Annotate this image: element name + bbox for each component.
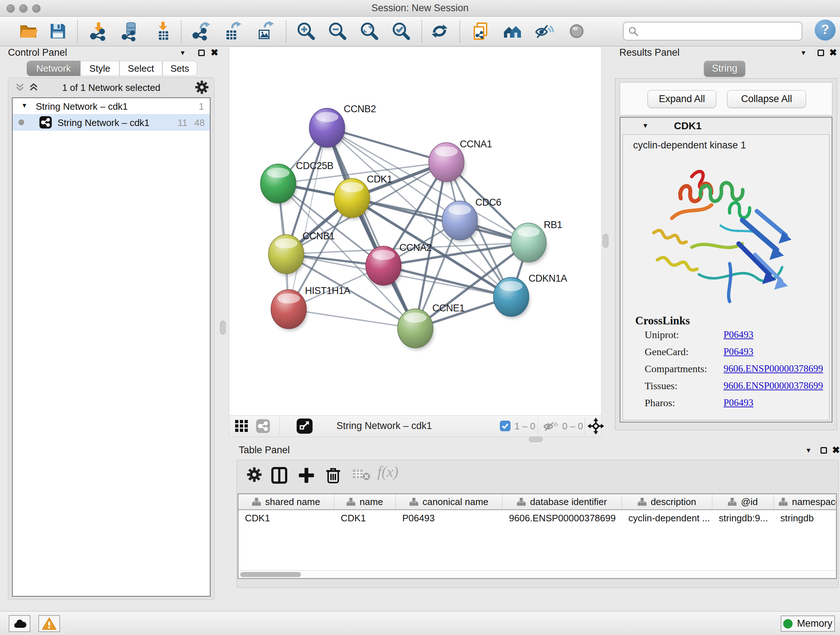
panel-close-icon[interactable]: ✖	[832, 445, 840, 455]
home-networks-icon[interactable]	[502, 21, 523, 41]
splitter-handle-left[interactable]	[220, 321, 226, 334]
export-table-icon[interactable]	[221, 21, 242, 41]
add-column-icon[interactable]	[298, 467, 315, 484]
memory-button[interactable]: Memory	[781, 616, 835, 632]
birds-eye-view-icon[interactable]	[235, 420, 248, 432]
column-type-icon	[347, 498, 355, 506]
zoom-fit-icon[interactable]	[359, 21, 379, 41]
horizontal-scrollbar[interactable]	[238, 570, 836, 578]
crosslink-link[interactable]: 9606.ENSP00000378699	[723, 363, 823, 374]
open-view-icon[interactable]	[297, 418, 313, 434]
zoom-out-icon[interactable]	[327, 21, 347, 41]
zoom-in-icon[interactable]	[295, 21, 316, 41]
panel-close-icon[interactable]: ✖	[210, 48, 218, 57]
node-CDK1[interactable]: CDK1	[334, 174, 392, 219]
cloud-button[interactable]	[9, 615, 30, 632]
edge-CDK1-RB1[interactable]	[352, 198, 529, 242]
column-label: @id	[741, 496, 758, 508]
gear-icon[interactable]	[195, 80, 209, 95]
node-CDKN1A[interactable]: CDKN1A	[493, 273, 567, 318]
panel-float-icon[interactable]	[818, 50, 824, 56]
column-label: name	[360, 496, 383, 508]
refresh-icon[interactable]	[429, 21, 450, 41]
crosslink-link[interactable]: 9606.ENSP00000378699	[723, 380, 823, 391]
hide-panel-icon[interactable]	[534, 21, 554, 41]
panel-float-icon[interactable]	[198, 50, 205, 56]
show-columns-icon[interactable]	[271, 467, 287, 484]
table-cell[interactable]: stringdb	[774, 513, 837, 524]
splitter-handle-right[interactable]	[603, 234, 608, 248]
tab-select[interactable]: Select	[119, 61, 163, 76]
delete-column-icon[interactable]	[325, 467, 341, 484]
panel-menu-icon[interactable]: ▼	[800, 49, 807, 57]
gear-icon[interactable]	[246, 467, 262, 483]
column-label: database identifier	[530, 496, 607, 508]
column-header-2[interactable]: canonical name	[396, 494, 502, 509]
tab-string[interactable]: String	[704, 61, 745, 77]
tab-network[interactable]: Network	[27, 61, 80, 76]
expand-all-button[interactable]: Expand All	[647, 90, 716, 108]
node-CDC6[interactable]: CDC6	[442, 197, 501, 242]
panel-menu-icon[interactable]: ▼	[180, 49, 186, 57]
table-cell[interactable]: 9606.ENSP00000378699	[502, 513, 622, 524]
node-CCNB1[interactable]: CCNB1	[268, 231, 335, 276]
column-header-3[interactable]: database identifier	[502, 494, 622, 509]
table-content: f(x) shared namenamecanonical namedataba…	[237, 460, 838, 588]
scrollbar-thumb[interactable]	[240, 572, 301, 577]
table-cell[interactable]: CDK1	[238, 513, 334, 524]
node-HIST1H1A[interactable]: HIST1H1A	[271, 285, 351, 331]
column-header-6[interactable]: namespace	[774, 494, 837, 509]
help-button[interactable]: ?	[815, 19, 836, 41]
network-view-title: String Network – cdk1	[336, 420, 432, 432]
tree-expand-icon[interactable]: ▼	[21, 102, 27, 109]
column-header-1[interactable]: name	[334, 494, 396, 509]
import-network-file-icon[interactable]	[88, 21, 109, 41]
warnings-button[interactable]	[38, 615, 60, 632]
edge-CCNB2-HIST1H1A[interactable]	[289, 128, 327, 309]
protein-description: cyclin-dependent kinase 1	[633, 140, 746, 151]
node-CCNA1[interactable]: CCNA1	[429, 139, 492, 184]
panel-float-icon[interactable]	[821, 447, 827, 454]
network-canvas[interactable]: CCNB2CCNA1CDC25BCDK1CDC6RB1CCNB1CCNA2CDK…	[229, 47, 601, 416]
crosslink-link[interactable]: P06493	[723, 346, 753, 357]
tab-style[interactable]: Style	[80, 61, 119, 76]
column-header-4[interactable]: description	[622, 494, 712, 509]
table-cell[interactable]: CDK1	[334, 513, 396, 524]
protein-section-header[interactable]: ▼ CDK1	[621, 118, 832, 134]
section-collapse-icon[interactable]: ▼	[642, 122, 649, 130]
tab-sets[interactable]: Sets	[163, 61, 197, 76]
panel-menu-icon[interactable]: ▼	[805, 447, 812, 454]
column-type-icon	[409, 498, 418, 506]
network-collection-row[interactable]: ▼ String Network – cdk1 1	[13, 98, 210, 114]
import-network-database-icon[interactable]	[120, 21, 141, 41]
table-cell[interactable]: stringdb:9...	[712, 513, 774, 524]
clone-network-icon[interactable]	[471, 21, 491, 41]
control-panel-title: Control Panel	[8, 47, 67, 58]
collapse-all-button[interactable]: Collapse All	[727, 90, 806, 108]
network-list-toolbar: 1 of 1 Network selected	[8, 78, 214, 97]
node-RB1[interactable]: RB1	[508, 219, 562, 264]
search-input[interactable]	[623, 22, 802, 41]
export-network-icon[interactable]	[191, 21, 211, 41]
table-row[interactable]: CDK1CDK1P064939606.ENSP00000378699cyclin…	[238, 510, 836, 526]
crosslink-link[interactable]: P06493	[723, 329, 753, 340]
table-cell[interactable]: cyclin-dependent ...	[622, 513, 712, 524]
show-panel-icon[interactable]	[567, 21, 587, 41]
column-header-0[interactable]: shared name	[238, 494, 334, 509]
network-row-selected[interactable]: String Network – cdk1 11 48	[13, 114, 210, 131]
separator	[279, 417, 279, 435]
import-table-file-icon[interactable]	[153, 21, 173, 41]
open-session-icon[interactable]	[18, 21, 38, 41]
edge-HIST1H1A-CCNE1[interactable]	[289, 309, 415, 328]
zoom-selected-icon[interactable]	[391, 21, 411, 41]
column-header-5[interactable]: @id	[712, 494, 774, 509]
table-cell[interactable]: P06493	[396, 513, 502, 524]
toolbar-separator	[77, 20, 78, 43]
fit-content-icon[interactable]	[587, 418, 604, 434]
export-image-icon[interactable]	[254, 21, 274, 41]
string-view-icon[interactable]	[256, 419, 270, 433]
save-session-icon[interactable]	[48, 21, 68, 41]
panel-close-icon[interactable]: ✖	[829, 48, 837, 57]
crosslink-link[interactable]: P06493	[723, 397, 753, 409]
selected-checkbox-icon[interactable]	[500, 421, 510, 431]
